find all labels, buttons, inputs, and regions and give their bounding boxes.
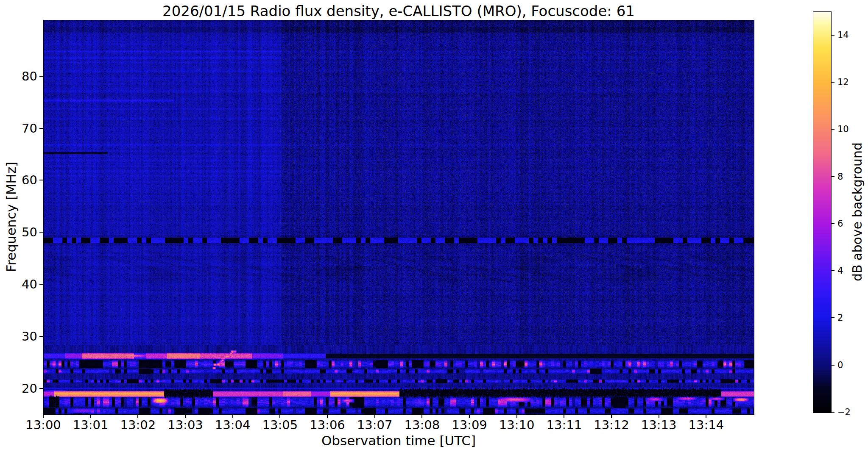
y-tick-mark [39, 284, 43, 285]
y-tick-label: 70 [0, 121, 37, 136]
colorbar-tick-mark [831, 365, 835, 366]
spectrogram-plot [43, 20, 754, 415]
colorbar [813, 11, 832, 413]
x-tick-label: 13:01 [73, 418, 109, 432]
y-tick-mark [39, 388, 43, 389]
colorbar-tick-mark [831, 317, 835, 318]
colorbar-tick-label: −2 [837, 407, 851, 417]
y-tick-label: 40 [0, 277, 37, 291]
y-tick-label: 80 [0, 69, 37, 83]
colorbar-tick-label: 8 [837, 172, 843, 182]
y-tick-label: 50 [0, 225, 37, 239]
colorbar-tick-mark [831, 82, 835, 83]
y-tick-label: 20 [0, 381, 37, 396]
colorbar-tick-label: 6 [837, 219, 843, 229]
x-tick-label: 13:04 [215, 418, 251, 432]
x-tick-label: 13:14 [689, 418, 724, 432]
colorbar-tick-label: 14 [837, 30, 849, 40]
spectrogram-canvas [44, 20, 754, 414]
y-tick-mark [39, 336, 43, 337]
colorbar-tick-mark [831, 270, 835, 271]
y-tick-label: 30 [0, 329, 37, 344]
colorbar-tick-label: 12 [837, 77, 849, 87]
colorbar-tick-label: 2 [837, 313, 843, 323]
colorbar-tick-label: 0 [837, 360, 843, 370]
colorbar-tick-mark [831, 129, 835, 130]
y-tick-mark [39, 180, 43, 180]
x-tick-label: 13:09 [452, 418, 487, 432]
colorbar-tick-label: 10 [837, 124, 849, 134]
colorbar-tick-mark [831, 176, 835, 177]
x-tick-label: 13:02 [120, 418, 156, 432]
colorbar-tick-mark [831, 35, 835, 36]
colorbar-tick-mark [831, 223, 835, 224]
y-tick-mark [39, 76, 43, 77]
x-tick-label: 13:13 [641, 418, 677, 432]
x-tick-label: 13:00 [25, 418, 61, 432]
colorbar-canvas [813, 12, 831, 413]
x-tick-label: 13:10 [499, 418, 535, 432]
x-tick-label: 13:07 [357, 418, 393, 432]
x-tick-label: 13:03 [167, 418, 203, 432]
y-tick-mark [39, 128, 43, 129]
x-tick-label: 13:06 [310, 418, 345, 432]
colorbar-tick-mark [831, 412, 835, 413]
y-tick-label: 60 [0, 173, 37, 187]
x-tick-label: 13:12 [594, 418, 629, 432]
y-tick-mark [39, 232, 43, 233]
colorbar-label: dB above background [850, 142, 865, 281]
x-axis-label: Observation time [UTC] [321, 433, 476, 448]
x-tick-label: 13:05 [262, 418, 298, 432]
x-tick-label: 13:11 [547, 418, 582, 432]
figure: 2026/01/15 Radio flux density, e-CALLIST… [0, 0, 868, 452]
x-tick-label: 13:08 [405, 418, 440, 432]
colorbar-tick-label: 4 [837, 266, 843, 276]
chart-title: 2026/01/15 Radio flux density, e-CALLIST… [162, 3, 635, 19]
